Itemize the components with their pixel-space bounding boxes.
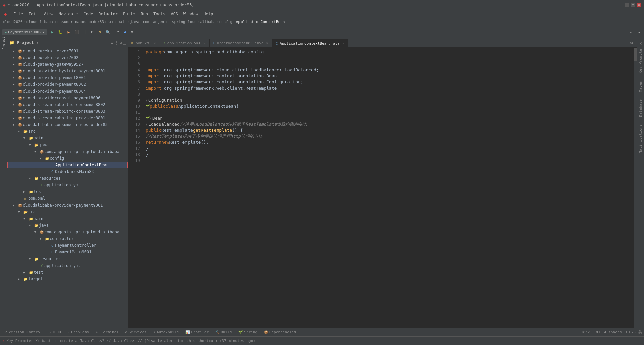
toolbar-refresh-button[interactable]: ⟳ (89, 29, 96, 35)
minimap-thumb[interactable] (634, 48, 637, 61)
tree-item-cloud-eureka-server7002[interactable]: ▶📦cloud-eureka-server7002 (7, 54, 128, 61)
breadcrumb-item-4[interactable]: java (130, 20, 139, 24)
run-config-dropdown-icon[interactable]: ▼ (43, 31, 44, 34)
menu-item-edit[interactable]: Edit (26, 11, 41, 17)
project-minimize-icon[interactable]: ⎯ (123, 40, 126, 45)
breadcrumb-item-8[interactable]: alibaba (200, 20, 215, 24)
project-collapse-icon[interactable]: ⋮ (114, 40, 118, 45)
menu-item-refactor[interactable]: Refactor (96, 11, 120, 17)
toolbar-coverage-button[interactable]: ▶ (65, 29, 72, 35)
right-panel-key-promoter-x[interactable]: Key Promoter X (638, 40, 643, 76)
tree-item-java[interactable]: ▼📂java (7, 141, 128, 148)
menu-item-tools[interactable]: Tools (151, 11, 168, 17)
tree-item-resources2[interactable]: ▼📁resources (7, 255, 128, 262)
tab-pom-tab[interactable]: m pom.xml ✕ (128, 39, 160, 47)
status-tab-todo[interactable]: ☑TODO (47, 330, 62, 334)
tree-item-cloud-provider-hystrix-payment8001[interactable]: ▶📦cloud-provider-hystrix-payment8001 (7, 68, 128, 74)
breadcrumb-item-9[interactable]: config (219, 20, 232, 24)
tree-item-resources[interactable]: ▼📁resources (7, 175, 128, 182)
menu-item-help[interactable]: Help (201, 11, 216, 17)
tree-item-cloud-provider-payment8001[interactable]: ▶📦cloud-provider-payment8001 (7, 74, 128, 81)
tree-item-java2[interactable]: ▼📂java (7, 222, 128, 229)
status-tab-build[interactable]: 🔨Build (214, 330, 233, 334)
toolbar-search-button[interactable]: 🔍 (104, 29, 112, 35)
menu-item-view[interactable]: View (41, 11, 56, 17)
status-tab-version-control[interactable]: ⎇Version Control (2, 330, 43, 334)
breadcrumb-item-5[interactable]: com (143, 20, 149, 24)
tree-item-test2[interactable]: ▶📁test (7, 269, 128, 276)
status-tab-services[interactable]: ⚙Services (124, 330, 148, 334)
sidebar-icon-project[interactable]: Project (0, 40, 7, 46)
title-bar-controls[interactable]: – □ ✕ (625, 3, 641, 7)
maximize-button[interactable]: □ (631, 3, 635, 7)
status-tab-dependencies[interactable]: 📦Dependencies (263, 330, 297, 334)
tree-item-PaymentController[interactable]: CPaymentController (7, 242, 128, 249)
breadcrumb-item-10[interactable]: ApplicationContextBean (236, 20, 285, 24)
toolbar-git-button[interactable]: ⎇ (113, 29, 121, 35)
toolbar-build-button[interactable]: ⚙ (97, 29, 103, 35)
tree-item-cloud-provider-payment8004[interactable]: ▶📦cloud-provider-payment8004 (7, 88, 128, 95)
tree-item-OrderNacosMain83[interactable]: COrderNacosMain83 (7, 168, 128, 175)
tabs-more-button[interactable]: ≫ (627, 41, 637, 45)
status-tab-problems[interactable]: ⚠Problems (66, 330, 90, 334)
toolbar-debug-button[interactable]: 🐛 (56, 29, 65, 35)
tree-item-ApplicationContextBean[interactable]: CApplicationContextBean (7, 162, 128, 168)
tree-item-config[interactable]: ▼📁config (7, 155, 128, 162)
tree-item-com.angenin.springcloud.alibaba[interactable]: ▼📦com.angenin.springcloud.alibaba (7, 148, 128, 155)
menu-item-navigate[interactable]: Navigate (56, 11, 81, 17)
code-area[interactable]: package com.angenin.springcloud.alibaba.… (143, 48, 633, 328)
toolbar-back-nav[interactable]: ← (628, 29, 635, 35)
menu-item-build[interactable]: Build (120, 11, 138, 17)
breadcrumb-item-1[interactable]: cloudalibaba-consumer-nacos-order83 (26, 20, 104, 24)
tab-application-tab[interactable]: Y application.yml ✕ (160, 39, 210, 47)
menu-item-run[interactable]: Run (138, 11, 151, 17)
toolbar-settings-button[interactable]: ⚙ (129, 29, 136, 35)
tab-appctx-tab[interactable]: C ApplicationContextBean.java ✕ (272, 39, 348, 47)
encoding-icon[interactable]: UTF-8 (625, 330, 636, 334)
close-button[interactable]: ✕ (637, 3, 641, 7)
tree-item-application-yml[interactable]: Yapplication.yml (7, 182, 128, 188)
input-lang[interactable]: 英 (638, 330, 642, 335)
tree-item-cloud-stream-rabbitmq-consumer8803[interactable]: ▶📦cloud-stream-rabbitmq-consumer8803 (7, 108, 128, 115)
tree-item-cloud-providerconsul-payment8006[interactable]: ▶📦cloud-providerconsul-payment8006 (7, 95, 128, 101)
toolbar-run-config[interactable]: ▶ PaymentMain9002 ▼ (2, 29, 47, 35)
tree-item-target[interactable]: ▶📁target (7, 276, 128, 282)
tree-item-cloud-eureka-server7001[interactable]: ▶📦cloud-eureka-server7001 (7, 48, 128, 54)
breadcrumb-item-2[interactable]: src (108, 20, 114, 24)
tab-close-button[interactable]: ✕ (203, 41, 206, 45)
tree-item-cloud-stream-rabbitmq-consumer8802[interactable]: ▶📦cloud-stream-rabbitmq-consumer8802 (7, 101, 128, 108)
tree-item-cloud-stream-rabbitmq-provider8801[interactable]: ▶📦cloud-stream-rabbitmq-provider8801 (7, 115, 128, 121)
status-tab-auto-build[interactable]: ⚡Auto-build (152, 330, 180, 334)
indent-info[interactable]: 4 spaces (604, 330, 622, 334)
tab-close-button[interactable]: ✕ (266, 41, 269, 45)
project-expand-icon[interactable]: ≡ (111, 40, 113, 45)
breadcrumb-item-3[interactable]: main (118, 20, 127, 24)
tree-item-cloudalibaba-consumer-nacos-order83[interactable]: ▼📦cloudalibaba-consumer-nacos-order83 (7, 121, 128, 128)
line-ending[interactable]: CRLF (592, 330, 601, 334)
status-tab-terminal[interactable]: >_Terminal (94, 330, 120, 334)
tree-item-com.angenin.springcloud.alibaba2[interactable]: ▼📦com.angenin.springcloud.alibaba (7, 229, 128, 235)
menu-item-window[interactable]: Window (181, 11, 201, 17)
tree-item-cloud-gateway-gateway9527[interactable]: ▶📦cloud-gateway-gateway9527 (7, 61, 128, 68)
toolbar-run-button[interactable]: ▶ (49, 29, 56, 35)
tree-item-controller[interactable]: ▼📁controller (7, 235, 128, 242)
project-dropdown-icon[interactable]: ▼ (37, 41, 39, 44)
tree-item-cloud-provider-payment8002[interactable]: ▶📦cloud-provider-payment8002 (7, 81, 128, 88)
toolbar-fwd-nav[interactable]: → (636, 29, 642, 35)
right-panel-maven[interactable]: Maven (638, 78, 643, 95)
breadcrumb-item-6[interactable]: angenin (153, 20, 168, 24)
breadcrumb-item-0[interactable]: cloud2020 (3, 20, 23, 24)
tab-close-button[interactable]: ✕ (153, 41, 156, 45)
tree-item-application-yml2[interactable]: Yapplication.yml (7, 262, 128, 269)
toolbar-translate-button[interactable]: A (122, 29, 128, 35)
right-panel-database[interactable]: Database (638, 97, 643, 120)
tree-item-test[interactable]: ▶📁test (7, 188, 128, 195)
tree-item-main[interactable]: ▼📁main (7, 135, 128, 141)
menu-item-vcs[interactable]: VCS (168, 11, 181, 17)
cursor-position[interactable]: 18:2 (581, 330, 590, 334)
status-tab-spring[interactable]: 🌱Spring (237, 330, 259, 334)
project-settings-icon[interactable]: ⚙ (120, 40, 122, 45)
tree-item-src[interactable]: ▼📂src (7, 128, 128, 135)
tree-item-main2[interactable]: ▼📁main (7, 215, 128, 222)
tree-item-cloudalibaba-provider-payment9001[interactable]: ▼📦cloudalibaba-provider-payment9001 (7, 202, 128, 209)
